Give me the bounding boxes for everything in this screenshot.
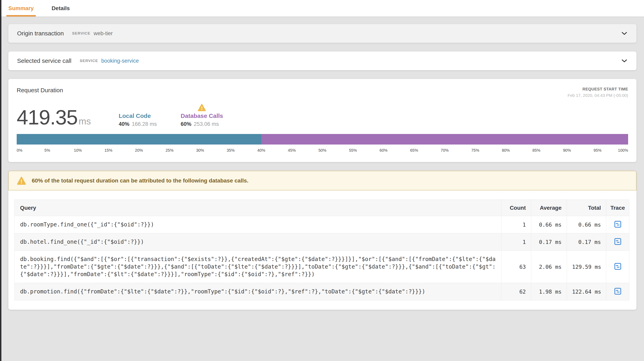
average-cell: 0.66 ms xyxy=(531,216,567,233)
query-cell: db.promotion.find({"fromDate":{"$lte":{"… xyxy=(14,283,501,300)
legend-database-calls: Database Calls 60%253.06 ms xyxy=(181,101,223,127)
legend-database-calls-percent: 60% xyxy=(181,121,192,127)
axis-tick-label: 30% xyxy=(196,148,204,153)
axis-tick-label: 25% xyxy=(166,148,174,153)
axis-tick-label: 70% xyxy=(441,148,449,153)
average-cell: 1.98 ms xyxy=(531,283,567,300)
request-duration-card: Request Duration REQUEST START TIME Feb … xyxy=(8,79,636,162)
selected-service-call-title: Selected service call xyxy=(17,58,71,64)
warning-icon xyxy=(198,104,206,111)
selected-service-name-link[interactable]: booking-service xyxy=(101,58,139,64)
request-start-time: REQUEST START TIME Feb 17, 2020, 04:43 P… xyxy=(568,87,628,98)
table-row: db.hotel.find_one({"_id":{"$oid":?}}) 1 … xyxy=(14,233,629,251)
request-start-time-label: REQUEST START TIME xyxy=(568,87,628,92)
query-cell: db.hotel.find_one({"_id":{"$oid":?}}) xyxy=(14,233,501,251)
legend-local-code-duration: 166.28 ms xyxy=(132,121,157,127)
request-start-time-value: Feb 17, 2020, 04:43 PM (-05:00) xyxy=(568,93,628,98)
legend-local-code-title: Local Code xyxy=(118,113,157,119)
legend-database-calls-duration: 253.06 ms xyxy=(194,121,219,127)
service-label: SERVICE xyxy=(72,31,90,36)
axis-tick-label: 50% xyxy=(318,148,326,153)
query-table-header-row: Query Count Average Total Trace xyxy=(14,200,629,216)
column-header-query: Query xyxy=(14,200,501,216)
warning-banner-text: 60% of the total request duration can be… xyxy=(32,178,248,184)
table-row: db.roomType.find_one({"_id":{"$oid":?}})… xyxy=(14,216,629,233)
query-table-body: db.roomType.find_one({"_id":{"$oid":?}})… xyxy=(14,216,629,300)
trace-icon[interactable] xyxy=(614,221,621,228)
axis-tick-label: 45% xyxy=(288,148,296,153)
database-calls-card: 60% of the total request duration can be… xyxy=(8,171,636,310)
trace-icon[interactable] xyxy=(614,263,621,270)
axis-tick-label: 15% xyxy=(104,148,112,153)
axis-tick-label: 60% xyxy=(380,148,388,153)
average-cell: 0.17 ms xyxy=(531,233,567,251)
axis-tick-label: 40% xyxy=(257,148,265,153)
duration-bar-segment xyxy=(17,134,261,145)
total-cell: 0.17 ms xyxy=(567,233,606,251)
origin-service-name: web-tier xyxy=(94,31,113,37)
axis-tick-label: 20% xyxy=(135,148,143,153)
count-cell: 63 xyxy=(501,251,531,283)
average-cell: 2.06 ms xyxy=(531,251,567,283)
tab-details[interactable]: Details xyxy=(52,0,70,17)
main-content: Origin transaction SERVICE web-tier Sele… xyxy=(0,17,644,310)
query-cell: db.roomType.find_one({"_id":{"$oid":?}}) xyxy=(14,216,501,233)
chevron-down-icon[interactable] xyxy=(621,31,628,36)
axis-tick-label: 90% xyxy=(563,148,571,153)
total-duration-unit: ms xyxy=(79,116,91,127)
count-cell: 1 xyxy=(501,233,531,251)
axis-tick-label: 85% xyxy=(532,148,540,153)
warning-banner: 60% of the total request duration can be… xyxy=(8,171,636,190)
trace-cell xyxy=(606,283,629,300)
chevron-down-icon[interactable] xyxy=(621,59,628,63)
axis-tick-label: 80% xyxy=(502,148,510,153)
axis-tick-label: 75% xyxy=(471,148,479,153)
service-label: SERVICE xyxy=(80,59,98,63)
axis-tick-label: 65% xyxy=(410,148,418,153)
window-edge-strip xyxy=(0,0,2,361)
query-cell: db.booking.find({"$and":[{"$or":[{"trans… xyxy=(14,251,501,283)
total-duration: 419.35 ms xyxy=(17,108,91,127)
trace-icon[interactable] xyxy=(614,238,621,245)
query-table: Query Count Average Total Trace db.roomT… xyxy=(14,200,629,300)
axis-tick-label: 35% xyxy=(227,148,234,153)
column-header-trace: Trace xyxy=(606,200,629,216)
origin-transaction-card[interactable]: Origin transaction SERVICE web-tier xyxy=(8,24,636,43)
column-header-count: Count xyxy=(501,200,531,216)
total-cell: 129.59 ms xyxy=(567,251,606,283)
total-cell: 122.64 ms xyxy=(567,283,606,300)
axis-tick-label: 5% xyxy=(44,148,50,153)
legend-local-code: Local Code 40%166.28 ms xyxy=(118,101,157,127)
column-header-average: Average xyxy=(531,200,567,216)
trace-cell xyxy=(606,251,629,283)
axis-tick-label: 95% xyxy=(594,148,602,153)
count-cell: 1 xyxy=(501,216,531,233)
axis-tick-label: 0% xyxy=(17,148,22,153)
trace-icon[interactable] xyxy=(614,288,621,295)
tab-bar: Summary Details xyxy=(0,0,644,17)
duration-bar xyxy=(17,134,628,145)
column-header-total: Total xyxy=(567,200,606,216)
trace-cell xyxy=(606,233,629,251)
tab-summary[interactable]: Summary xyxy=(8,0,34,17)
origin-transaction-title: Origin transaction xyxy=(17,30,64,37)
warning-icon xyxy=(17,177,26,185)
selected-service-call-card[interactable]: Selected service call SERVICE booking-se… xyxy=(8,52,636,70)
total-duration-value: 419.35 xyxy=(17,108,78,127)
axis-tick-label: 100% xyxy=(618,148,628,153)
duration-axis: 0%5%10%15%20%25%30%35%40%45%50%55%60%65%… xyxy=(17,147,628,153)
axis-tick-label: 10% xyxy=(74,148,82,153)
legend-local-code-percent: 40% xyxy=(118,121,129,127)
trace-cell xyxy=(606,216,629,233)
legend-database-calls-title: Database Calls xyxy=(181,113,223,119)
table-row: db.promotion.find({"fromDate":{"$lte":{"… xyxy=(14,283,629,300)
axis-tick-label: 55% xyxy=(349,148,357,153)
total-cell: 0.66 ms xyxy=(567,216,606,233)
table-row: db.booking.find({"$and":[{"$or":[{"trans… xyxy=(14,251,629,283)
request-duration-title: Request Duration xyxy=(17,87,63,94)
duration-bar-segment xyxy=(261,134,628,145)
count-cell: 62 xyxy=(501,283,531,300)
